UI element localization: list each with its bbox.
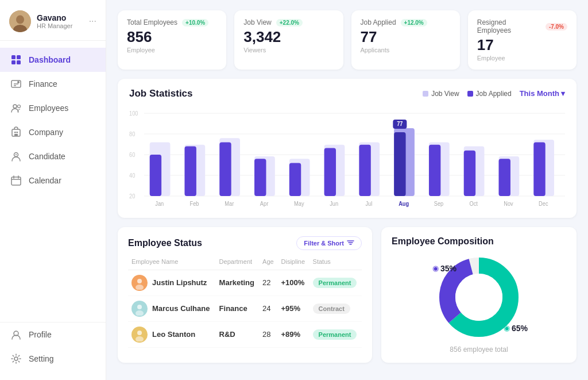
sidebar-item-candidate[interactable]: Candidate (0, 144, 106, 168)
bar-chart: 100 80 60 40 20 JanFebMarAprMayJunJul77A… (129, 105, 565, 209)
svg-rect-6 (17, 60, 21, 64)
employee-dept: R&D (216, 321, 259, 347)
svg-rect-42 (219, 142, 231, 196)
svg-text:77: 77 (397, 120, 403, 126)
profile-info: Gavano HR Manager (37, 13, 83, 29)
stat-sub: Employee (127, 47, 217, 53)
employee-dept: Marketing (216, 270, 259, 295)
employee-name: Justin Lipshutz (152, 278, 207, 287)
avatar (9, 10, 31, 32)
chart-title: Job Statistics (129, 88, 193, 99)
svg-point-24 (14, 357, 18, 360)
employee-status: Employee Status Filter & Short Em (118, 227, 372, 363)
legend-dot-view (423, 91, 428, 97)
donut-chart: ◉ 35% ◉ 65% (430, 251, 528, 343)
chevron-down-icon: ▾ (561, 89, 565, 98)
percent-65: 65% (512, 324, 528, 333)
svg-rect-16 (14, 134, 18, 136)
stat-card-resigned: Resigned Employees -7.0% 17 Employee (468, 10, 577, 70)
col-department: Department (216, 256, 259, 270)
svg-point-12 (18, 105, 21, 108)
stat-badge: -7.0% (546, 23, 567, 30)
main-content: Total Employees +10.0% 856 Employee Job … (106, 0, 588, 380)
col-status: Status (310, 256, 362, 270)
svg-point-85 (455, 274, 502, 321)
employee-discipline: +95% (278, 295, 310, 321)
svg-rect-68 (499, 159, 510, 196)
svg-point-79 (136, 310, 144, 316)
person-icon-female: ◉ (432, 264, 439, 272)
sidebar-item-employees[interactable]: Employees (0, 96, 106, 120)
svg-rect-62 (429, 144, 440, 195)
stat-title: Job View (243, 18, 271, 26)
stat-sub: Viewers (243, 47, 334, 53)
col-age: Age (259, 256, 277, 270)
stat-title: Total Employees (127, 18, 177, 26)
filter-button[interactable]: Filter & Short (296, 236, 362, 250)
svg-text:20: 20 (129, 193, 135, 199)
chart-section: Job Statistics Job View Job Applied This… (118, 79, 577, 218)
table-row: Leo Stanton R&D28+89%Permanent (128, 321, 362, 347)
employee-status-table: Employee Name Department Age Disipline S… (128, 256, 362, 348)
legend-label-applied: Job Applied (476, 90, 512, 98)
sidebar-item-finance[interactable]: Finance (0, 72, 106, 96)
svg-rect-36 (150, 155, 161, 196)
svg-rect-45 (254, 159, 266, 196)
stat-card-header: Resigned Employees -7.0% (477, 18, 567, 34)
sidebar-item-label: Calendar (29, 176, 61, 185)
svg-rect-5 (11, 60, 16, 64)
stat-value: 77 (361, 29, 451, 45)
stat-card-job-view: Job View +22.0% 3,342 Viewers (234, 10, 343, 70)
sidebar-item-dashboard[interactable]: Dashboard (0, 48, 106, 72)
svg-text:Sep: Sep (434, 200, 443, 206)
donut-label-65: ◉ 65% (504, 324, 528, 333)
bar-chart-svg: 100 80 60 40 20 JanFebMarAprMayJunJul77A… (129, 105, 565, 209)
stat-sub: Employee (477, 55, 567, 62)
sidebar-item-label: Finance (29, 79, 57, 89)
sidebar-item-label: Company (29, 128, 63, 137)
filter-icon (347, 239, 354, 247)
chart-legend: Job View Job Applied This Month ▾ (423, 89, 565, 98)
stat-value: 856 (127, 29, 217, 45)
sidebar: Gavano HR Manager ··· Dashboard (0, 0, 106, 380)
percent-35: 35% (440, 264, 457, 273)
stat-title: Job Applied (361, 18, 396, 26)
employee-status: Permanent (310, 270, 362, 295)
svg-rect-15 (17, 132, 18, 133)
svg-rect-39 (184, 146, 196, 195)
dashboard-icon (10, 54, 22, 66)
svg-point-80 (137, 331, 142, 335)
donut-label-35: ◉ 35% (432, 264, 457, 273)
stat-card-header: Job Applied +12.0% (361, 18, 451, 26)
svg-point-10 (17, 81, 20, 83)
sidebar-item-profile[interactable]: Profile (0, 323, 106, 347)
stat-badge: +10.0% (182, 19, 208, 26)
chart-header: Job Statistics Job View Job Applied This… (129, 88, 565, 99)
svg-rect-14 (14, 132, 16, 133)
svg-text:Jan: Jan (155, 200, 164, 206)
svg-text:Oct: Oct (470, 200, 478, 206)
sidebar-item-company[interactable]: Company (0, 120, 106, 144)
stat-cards: Total Employees +10.0% 856 Employee Job … (118, 10, 577, 70)
employee-dept: Finance (216, 295, 259, 321)
sidebar-item-label: Candidate (29, 152, 65, 161)
svg-text:Dec: Dec (539, 200, 548, 206)
svg-text:Jun: Jun (330, 200, 338, 206)
sidebar-bottom: Profile Setting (0, 322, 106, 380)
stat-title: Resigned Employees (477, 18, 541, 34)
stat-card-header: Total Employees +10.0% (127, 18, 217, 26)
sidebar-item-label: Setting (29, 354, 54, 363)
person-icon-male: ◉ (504, 324, 510, 332)
this-month-label: This Month (520, 89, 559, 98)
calendar-icon (10, 175, 22, 186)
profile-icon (10, 329, 22, 340)
es-title: Employee Status (128, 238, 202, 248)
col-discipline: Disipline (278, 256, 310, 270)
more-icon[interactable]: ··· (89, 16, 96, 26)
stat-value: 3,342 (243, 29, 334, 45)
this-month-button[interactable]: This Month ▾ (520, 89, 565, 98)
svg-rect-19 (11, 177, 21, 185)
sidebar-item-calendar[interactable]: Calendar (0, 168, 106, 193)
sidebar-item-setting[interactable]: Setting (0, 347, 106, 371)
sidebar-profile: Gavano HR Manager ··· (0, 0, 106, 41)
